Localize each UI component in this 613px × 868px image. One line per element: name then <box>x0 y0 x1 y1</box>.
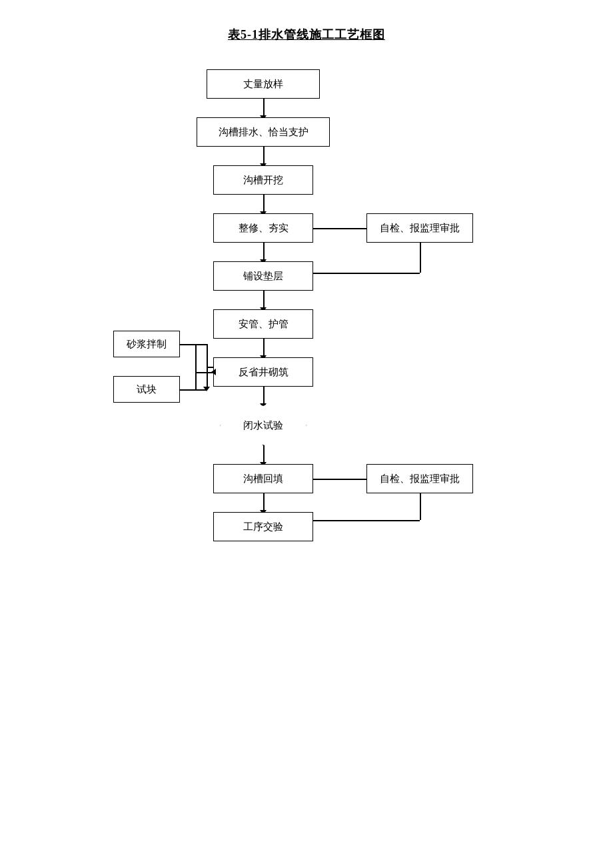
step-8: 闭水试验 <box>220 405 306 445</box>
step-1: 丈量放样 <box>207 69 320 99</box>
step-4: 整修、夯实 <box>213 213 313 243</box>
side-box-r2: 自检、报监理审批 <box>366 464 473 493</box>
step-2: 沟槽排水、恰当支护 <box>197 117 330 147</box>
step-5: 铺设垫层 <box>213 261 313 291</box>
flowchart: 丈量放样 沟槽排水、恰当支护 沟槽开挖 整修、夯实 自检、报监理审批 <box>73 69 540 703</box>
step-3: 沟槽开挖 <box>213 165 313 195</box>
page: 表5-1排水管线施工工艺框图 丈量放样 沟槽排水、恰当支护 沟槽开挖 整修、夯实 <box>0 0 613 868</box>
step-9: 沟槽回填 <box>213 464 313 493</box>
page-title: 表5-1排水管线施工工艺框图 <box>228 27 385 43</box>
side-box-r1: 自检、报监理审批 <box>366 213 473 243</box>
step-10: 工序交验 <box>213 512 313 541</box>
step-7: 反省井砌筑 <box>213 357 313 387</box>
side-box-l2: 试块 <box>113 376 180 403</box>
side-box-l1: 砂浆拌制 <box>113 331 180 357</box>
step-6: 安管、护管 <box>213 309 313 339</box>
